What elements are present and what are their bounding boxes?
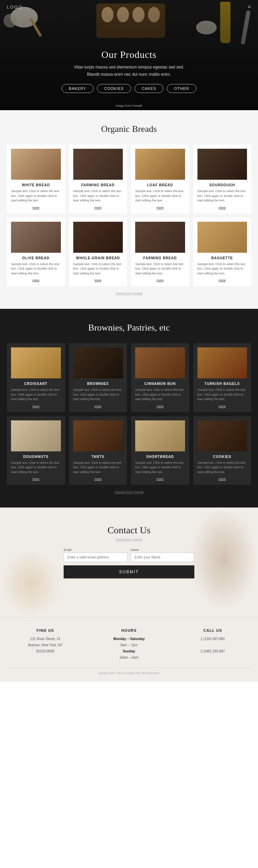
pastry-image-3 — [197, 347, 247, 378]
menu-icon[interactable]: ≡ — [248, 3, 251, 11]
bread-desc-2: Sample text. Click to select the text bo… — [135, 189, 185, 203]
pastry-name-0: CROISSANT — [11, 382, 61, 386]
hero-title: Our Products — [62, 49, 196, 60]
pastry-desc-6: Sample text. Click to select the text bo… — [135, 461, 185, 475]
bread-image-2 — [135, 149, 185, 180]
contact-section: Contact Us Image from Freepik Email Name… — [0, 508, 258, 618]
bread-image-3 — [197, 149, 247, 180]
pastry-image-1 — [73, 347, 123, 378]
pastry-more-link-7[interactable]: more — [218, 477, 226, 481]
pastry-image-0 — [11, 347, 61, 378]
pastry-desc-2: Sample text. Click to select the text bo… — [135, 388, 185, 402]
name-label: Name — [131, 548, 194, 552]
bread-more-link-2[interactable]: more — [157, 206, 164, 209]
pastry-more-link-3[interactable]: more — [218, 405, 226, 408]
footer-bottom-text: Sample text. Click to select the Text El… — [7, 668, 251, 675]
pastry-name-1: BROWNIES — [73, 382, 123, 386]
bread-more-link-5[interactable]: more — [94, 279, 101, 282]
hero-section: Our Products Vitae turpis massa sed elem… — [0, 0, 258, 110]
hero-subtitle: Vitae turpis massa sed elementum tempus … — [62, 64, 196, 78]
organic-breads-section: Organic Breads WHITE BREAD Sample text. … — [0, 110, 258, 309]
pastry-desc-7: Sample text. Click to select the text bo… — [197, 461, 247, 475]
bakery-button[interactable]: BAKERY — [62, 84, 93, 93]
footer-call-us: CALL US 1 (234) 567-891 2 (345) 333-897 — [174, 628, 251, 661]
footer-hours: HOURS Monday – Saturday 9am – 7pm Sunday… — [90, 628, 167, 661]
pastry-card-2: CINNAMON BUN Sample text. Click to selec… — [131, 343, 189, 412]
pastry-name-4: DOUGHNUTS — [11, 455, 61, 459]
bread-name-4: OLIVE BREAD — [11, 256, 61, 260]
pastries-grid: CROISSANT Sample text. Click to select t… — [7, 343, 251, 485]
bread-card-2: LOAF BREAD Sample text. Click to select … — [131, 145, 189, 213]
bread-more-link-4[interactable]: more — [32, 279, 40, 282]
pastry-more-link-2[interactable]: more — [157, 405, 164, 408]
bread-name-2: LOAF BREAD — [135, 183, 185, 187]
pastry-name-6: SHORTBREAD — [135, 455, 185, 459]
bread-card-6: FARMING BREAD Sample text. Click to sele… — [131, 218, 189, 286]
bread-image-1 — [73, 149, 123, 180]
pastry-card-4: DOUGHNUTS Sample text. Click to select t… — [7, 416, 65, 485]
email-input[interactable] — [64, 553, 127, 562]
hero-image-credit: Image from Freepik — [116, 104, 142, 107]
bread-name-3: SOURDOUGH — [197, 183, 247, 187]
pastry-more-link-5[interactable]: more — [94, 477, 101, 481]
bread-card-3: SOURDOUGH Sample text. Click to select t… — [193, 145, 251, 213]
bread-desc-3: Sample text. Click to select the text bo… — [197, 189, 247, 203]
hero-content: Our Products Vitae turpis massa sed elem… — [62, 49, 196, 100]
bread-name-5: WHOLE-GRAIN BREAD — [73, 256, 123, 260]
bread-card-7: BAGUETTE Sample text. Click to select th… — [193, 218, 251, 286]
bread-name-6: FARMING BREAD — [135, 256, 185, 260]
contact-bowl-decoration — [0, 549, 62, 618]
name-input[interactable] — [131, 553, 194, 562]
other-button[interactable]: OTHER — [167, 84, 196, 93]
pastry-name-5: TARTS — [73, 455, 123, 459]
pastry-name-2: CINNAMON BUN — [135, 382, 185, 386]
find-us-heading: FIND US — [7, 628, 84, 632]
bread-image-7 — [197, 222, 247, 253]
bread-more-link-3[interactable]: more — [218, 206, 226, 209]
logo: logo — [7, 4, 23, 10]
bread-more-link-7[interactable]: more — [218, 279, 226, 282]
bread-more-link-0[interactable]: more — [32, 206, 40, 209]
pastry-name-3: TURKISH BAGELS — [197, 382, 247, 386]
bread-name-1: FARMING BREAD — [73, 183, 123, 187]
bread-more-link-6[interactable]: more — [157, 279, 164, 282]
bread-image-6 — [135, 222, 185, 253]
breads-title: Organic Breads — [7, 124, 251, 134]
bread-image-0 — [11, 149, 61, 180]
pastry-image-5 — [73, 420, 123, 451]
pastry-more-link-1[interactable]: more — [94, 405, 101, 408]
pastry-card-1: BROWNIES Sample text. Click to select th… — [69, 343, 127, 412]
pastry-card-7: COOKIES Sample text. Click to select the… — [193, 416, 251, 485]
cakes-button[interactable]: CAKES — [135, 84, 163, 93]
email-label: Email — [64, 548, 127, 552]
pastry-card-0: CROISSANT Sample text. Click to select t… — [7, 343, 65, 412]
bread-card-1: FARMING BREAD Sample text. Click to sele… — [69, 145, 127, 213]
name-group: Name — [131, 548, 194, 562]
breads-image-credit: Image from Freepik — [7, 292, 251, 295]
pastries-title: Brownies, Pastries, etc — [7, 323, 251, 333]
pastry-card-6: SHORTBREAD Sample text. Click to select … — [131, 416, 189, 485]
find-us-address: 121 Rock Street, 21 Avenue, New York, NY… — [7, 636, 84, 655]
bread-desc-4: Sample text. Click to select the text bo… — [11, 262, 61, 276]
bread-more-link-1[interactable]: more — [94, 206, 101, 209]
contact-bread-decoration — [189, 508, 258, 611]
bread-desc-6: Sample text. Click to select the text bo… — [135, 262, 185, 276]
bread-image-4 — [11, 222, 61, 253]
hours-heading: HOURS — [90, 628, 167, 632]
bread-desc-5: Sample text. Click to select the text bo… — [73, 262, 123, 276]
footer: FIND US 121 Rock Street, 21 Avenue, New … — [0, 618, 258, 682]
footer-grid: FIND US 121 Rock Street, 21 Avenue, New … — [7, 628, 251, 661]
submit-button[interactable]: SUBMIT — [64, 565, 194, 578]
bread-card-5: WHOLE-GRAIN BREAD Sample text. Click to … — [69, 218, 127, 286]
contact-fields-row: Email Name — [64, 548, 194, 562]
pastry-desc-5: Sample text. Click to select the text bo… — [73, 461, 123, 475]
pastry-more-link-4[interactable]: more — [32, 477, 40, 481]
cookies-button[interactable]: COOKIES — [97, 84, 131, 93]
pastry-desc-0: Sample text. Click to select the text bo… — [11, 388, 61, 402]
footer-find-us: FIND US 121 Rock Street, 21 Avenue, New … — [7, 628, 84, 661]
pastry-more-link-0[interactable]: more — [32, 405, 40, 408]
bread-name-0: WHITE BREAD — [11, 183, 61, 187]
pastry-more-link-6[interactable]: more — [157, 477, 164, 481]
pastry-name-7: COOKIES — [197, 455, 247, 459]
pastry-desc-1: Sample text. Click to select the text bo… — [73, 388, 123, 402]
